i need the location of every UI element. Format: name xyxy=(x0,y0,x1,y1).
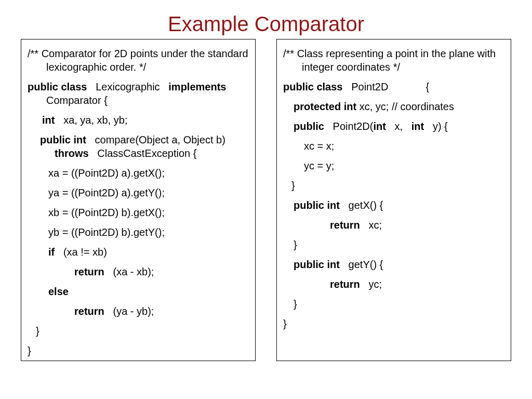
slide: Example Comparator /** Comparator for 2D… xyxy=(0,0,532,399)
code-text: Point2D xyxy=(351,81,388,92)
keyword: int xyxy=(373,121,385,132)
code-text: (xa - xb); xyxy=(113,266,154,277)
keyword: int xyxy=(42,114,55,126)
code-text: Point2D( xyxy=(333,121,374,132)
code-line: public Point2D(int x, int y) { xyxy=(283,119,504,133)
code-line: return yc; xyxy=(283,277,504,291)
keyword: protected int xyxy=(294,101,356,112)
code-line: return xc; xyxy=(283,218,504,232)
keyword: public xyxy=(294,121,324,132)
code-line: public class Point2D { xyxy=(283,80,504,94)
code-text: compare(Object a, Object b) xyxy=(95,134,225,145)
code-text: getX() { xyxy=(349,200,383,211)
code-line: /** Comparator for 2D points under the s… xyxy=(28,47,249,74)
keyword: public int xyxy=(294,259,340,270)
code-line: xa = ((Point2D) a).getX(); xyxy=(28,166,249,180)
keyword: public class xyxy=(28,81,87,92)
code-text: (xa != xb) xyxy=(63,246,107,258)
code-line: protected int xc, yc; // coordinates xyxy=(283,100,504,113)
code-line: ya = ((Point2D) a).getY(); xyxy=(28,186,249,200)
keyword: int xyxy=(411,121,424,132)
code-text: ClassCastException { xyxy=(97,148,196,159)
keyword: implements xyxy=(168,81,226,92)
code-text: (ya - yb); xyxy=(113,305,154,317)
code-line: } xyxy=(283,179,504,192)
slide-title: Example Comparator xyxy=(0,0,532,39)
keyword: else xyxy=(48,286,69,297)
keyword: public int xyxy=(40,134,86,145)
code-line: public class Lexicographic implements Co… xyxy=(28,80,249,107)
keyword: return xyxy=(330,219,360,231)
columns: /** Comparator for 2D points under the s… xyxy=(0,39,532,361)
keyword: return xyxy=(74,305,104,317)
code-text: xc, yc; // coordinates xyxy=(360,101,454,112)
code-line: return (ya - yb); xyxy=(28,304,249,318)
code-box-right: /** Class representing a point in the pl… xyxy=(276,39,511,361)
code-line: int xa, ya, xb, yb; xyxy=(28,113,249,127)
code-text: xa, ya, xb, yb; xyxy=(63,114,127,126)
code-line: } xyxy=(28,344,249,357)
code-line: } xyxy=(28,324,249,338)
code-line: else xyxy=(28,285,249,298)
code-text: y) { xyxy=(433,121,448,132)
code-text: /** Class representing a point in the xyxy=(283,48,446,59)
code-line: return (xa - xb); xyxy=(28,265,249,278)
code-line: yb = ((Point2D) b).getY(); xyxy=(28,225,249,239)
code-line: } xyxy=(283,317,504,330)
keyword: public class xyxy=(283,81,343,92)
code-text: /** Comparator for 2D points under the xyxy=(28,48,205,59)
keyword: throws xyxy=(55,148,89,159)
code-text: x, xyxy=(395,121,403,132)
code-text: Lexicographic xyxy=(96,81,159,92)
code-line: public int getY() { xyxy=(283,258,504,271)
keyword: return xyxy=(330,278,360,290)
code-text: getY() { xyxy=(349,259,383,270)
code-line: xc = x; xyxy=(283,139,504,153)
keyword: public int xyxy=(294,200,340,211)
code-text: Comparator { xyxy=(46,95,108,106)
code-line: } xyxy=(283,238,504,251)
code-line: if (xa != xb) xyxy=(28,245,249,259)
code-line: } xyxy=(283,297,504,311)
code-text: xc; xyxy=(368,219,382,231)
code-line: public int getX() { xyxy=(283,198,504,212)
code-line: /** Class representing a point in the pl… xyxy=(283,47,504,74)
keyword: if xyxy=(48,246,55,258)
keyword: return xyxy=(74,266,104,277)
code-line: public int compare(Object a, Object b) t… xyxy=(28,133,249,160)
code-text: { xyxy=(426,81,430,92)
code-text: yc; xyxy=(368,278,382,290)
code-line: xb = ((Point2D) b).getX(); xyxy=(28,206,249,219)
code-box-left: /** Comparator for 2D points under the s… xyxy=(21,39,256,361)
code-line: yc = y; xyxy=(283,159,504,172)
